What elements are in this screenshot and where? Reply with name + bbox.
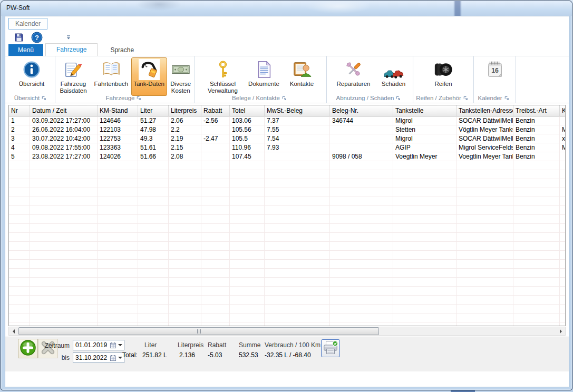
column-header-2[interactable]: Datum / Zeit [30,105,98,116]
table-cell[interactable]: 105.56 [230,125,265,134]
table-cell[interactable]: 103.06 [230,116,265,125]
ribbon-button-reifen[interactable]: Reifen [423,57,464,89]
table-cell[interactable]: 51.27 [138,116,169,125]
titlebar[interactable]: PW-Soft [1,1,572,16]
table-cell[interactable]: -2.56 [201,116,230,125]
ribbon-button-diverse-kosten[interactable]: Diverse Kosten [167,57,195,96]
column-header-9[interactable]: Beleg-Nr. [330,105,393,116]
scrollbar-thumb[interactable] [18,327,379,335]
table-cell[interactable] [330,134,393,143]
table-cell[interactable]: SOCAR DättwilMellin... [457,116,513,125]
table-cell[interactable]: M [560,143,566,152]
table-cell[interactable]: 122753 [98,134,138,143]
column-header-10[interactable]: Tankstelle [393,105,457,116]
table-cell[interactable]: Migrol [393,116,457,125]
table-cell[interactable]: 51.66 [138,152,169,161]
table-cell[interactable]: 107.45 [230,152,265,161]
scroll-left-button[interactable] [9,327,17,335]
table-cell[interactable]: 5 [9,152,30,161]
column-header-7[interactable]: Totel [230,105,265,116]
add-record-button[interactable] [18,339,38,358]
table-cell[interactable]: 124646 [98,116,138,125]
table-cell[interactable]: 2.19 [169,134,201,143]
dialog-launcher-icon[interactable] [463,95,469,101]
table-cell[interactable]: Benzin [513,125,560,134]
table-cell[interactable]: 51.61 [138,143,169,152]
table-cell[interactable] [201,125,230,134]
table-cell[interactable] [330,143,393,152]
tab-menu[interactable]: Menü [8,44,43,56]
table-cell[interactable]: 110.96 [230,143,265,152]
column-header-13[interactable]: K [560,105,566,116]
table-cell[interactable]: 1 [9,116,30,125]
table-cell[interactable] [201,152,230,161]
table-cell[interactable]: 26.06.2022 16:04:00 [30,125,98,134]
table-cell[interactable]: 2.15 [169,143,201,152]
table-cell[interactable]: x [560,134,566,143]
table-cell[interactable]: Migrol ServiceFeldstr... [457,143,513,152]
table-cell[interactable]: 23.08.2022 17:27:00 [30,152,98,161]
table-cell[interactable]: 7.37 [265,116,330,125]
table-cell[interactable]: Vögtlin Meyer Tanks... [457,125,513,134]
table-cell[interactable]: M [560,125,566,134]
column-header-5[interactable]: Literpreis [169,105,201,116]
save-icon[interactable] [13,32,25,43]
table-cell[interactable] [265,152,330,161]
table-cell[interactable]: 346744 [330,116,393,125]
ribbon-button-fahrzeug-baisdaten[interactable]: Fahrzeug Baisdaten [55,57,91,96]
dropdown-arrow-icon[interactable] [118,357,122,361]
table-cell[interactable]: 7.54 [265,134,330,143]
table-cell[interactable]: 9098 / 058 [330,152,393,161]
dialog-launcher-icon[interactable] [504,95,510,101]
table-cell[interactable]: Benzin [513,152,560,161]
column-header-6[interactable]: Rabatt [201,105,230,116]
table-cell[interactable]: Voegtlin Meyer [393,152,457,161]
table-cell[interactable]: 3 [9,134,30,143]
column-header-8[interactable]: MwSt.-Beleg [265,105,330,116]
table-cell[interactable] [560,116,566,125]
help-icon[interactable]: ? [31,32,43,43]
ribbon-button-fahrtenbuch[interactable]: Fahrtenbuch [91,57,131,96]
doc-tab-kalender[interactable]: Kalender [8,18,47,30]
table-cell[interactable] [201,143,230,152]
table-cell[interactable]: 2.06 [169,116,201,125]
table-cell[interactable]: 122103 [98,125,138,134]
table-cell[interactable]: Stetten [393,125,457,134]
table-cell[interactable]: 7.55 [265,125,330,134]
horizontal-scrollbar[interactable] [8,327,566,336]
table-cell[interactable]: 49.3 [138,134,169,143]
table-row-4[interactable]: 409.08.2022 17:55:0012336351.612.15110.9… [9,143,565,152]
column-header-12[interactable]: Treibst.-Art [513,105,560,116]
date-to-input[interactable]: 31.10.2022 [73,352,124,363]
column-header-3[interactable]: KM-Stand [98,105,138,116]
table-cell[interactable]: 30.07.2022 10:42:00 [30,134,98,143]
dropdown-arrow-icon[interactable] [118,344,122,348]
table-cell[interactable]: Benzin [513,134,560,143]
table-cell[interactable]: AGIP [393,143,457,152]
table-cell[interactable]: SOCAR DättwilMellin... [457,134,513,143]
table-cell[interactable]: 2.2 [169,125,201,134]
column-header-4[interactable]: Liter [138,105,169,116]
ribbon-button-kontakte[interactable]: Kontakte [285,57,319,96]
dialog-launcher-icon[interactable] [281,95,287,101]
print-button[interactable] [321,339,340,357]
table-cell[interactable]: 03.09.2022 17:27:00 [30,116,98,125]
table-cell[interactable]: Voegtlin Meyer Tank... [457,152,513,161]
ribbon-button-kalender[interactable]: 16 [480,57,510,82]
column-header-11[interactable]: Tankstellen-Adresse [457,105,513,116]
column-header-1[interactable]: Nr [9,105,30,116]
table-cell[interactable]: 2.08 [169,152,201,161]
table-row-2[interactable]: 226.06.2022 16:04:0012210347.982.2105.56… [9,125,565,134]
ribbon-button-uebersicht[interactable]: Übersicht [11,57,52,89]
tab-fahrzeuge[interactable]: Fahrzeuge [45,43,98,56]
dialog-launcher-icon[interactable] [136,95,142,101]
table-row-1[interactable]: 103.09.2022 17:27:0012464651.272.06-2.56… [9,116,565,125]
table-cell[interactable] [330,125,393,134]
tab-sprache[interactable]: Sprache [100,44,144,56]
table-cell[interactable]: 124026 [98,152,138,161]
table-cell[interactable]: 105.5 [230,134,265,143]
table-cell[interactable]: 7.93 [265,143,330,152]
scroll-right-button[interactable] [557,327,565,335]
toolbar-overflow-icon[interactable] [62,32,75,43]
calendar-small-icon[interactable] [110,355,116,361]
